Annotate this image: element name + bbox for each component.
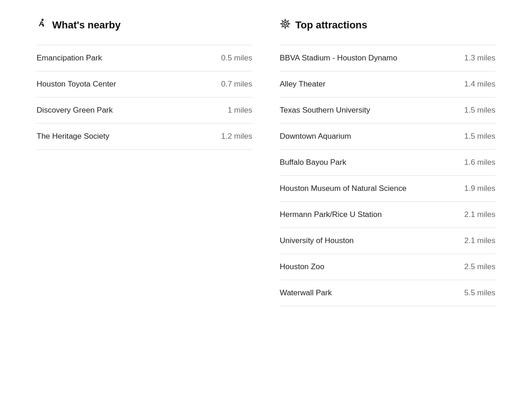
attractions-list: BBVA Stadium - Houston Dynamo 1.3 miles … xyxy=(280,45,495,306)
list-item: BBVA Stadium - Houston Dynamo 1.3 miles xyxy=(280,45,495,71)
svg-point-1 xyxy=(284,22,287,25)
list-item: Houston Zoo 2.5 miles xyxy=(280,254,495,280)
nearby-column: What's nearby Emancipation Park 0.5 mile… xyxy=(37,18,252,306)
list-item: Texas Southern University 1.5 miles xyxy=(280,98,495,124)
location-distance: 5.5 miles xyxy=(464,288,495,298)
walk-icon xyxy=(37,18,48,32)
location-name: Buffalo Bayou Park xyxy=(280,158,346,167)
list-item: Discovery Green Park 1 miles xyxy=(37,98,252,124)
attractions-icon xyxy=(280,18,291,32)
list-item: Alley Theater 1.4 miles xyxy=(280,71,495,98)
location-name: BBVA Stadium - Houston Dynamo xyxy=(280,54,397,63)
list-item: Downtown Aquarium 1.5 miles xyxy=(280,124,495,150)
location-name: University of Houston xyxy=(280,236,354,245)
list-item: Buffalo Bayou Park 1.6 miles xyxy=(280,150,495,176)
location-distance: 2.5 miles xyxy=(464,262,495,271)
location-distance: 0.5 miles xyxy=(221,54,252,63)
location-distance: 1.6 miles xyxy=(464,158,495,167)
location-name: Houston Zoo xyxy=(280,262,324,271)
location-distance: 1.5 miles xyxy=(464,106,495,115)
list-item: Waterwall Park 5.5 miles xyxy=(280,280,495,306)
location-name: Alley Theater xyxy=(280,80,326,89)
list-item: Hermann Park/Rice U Station 2.1 miles xyxy=(280,202,495,228)
nearby-list: Emancipation Park 0.5 miles Houston Toyo… xyxy=(37,45,252,150)
list-item: Houston Museum of Natural Science 1.9 mi… xyxy=(280,176,495,202)
location-name: Texas Southern University xyxy=(280,106,370,115)
location-name: Emancipation Park xyxy=(37,54,102,63)
location-distance: 2.1 miles xyxy=(464,236,495,245)
location-name: Hermann Park/Rice U Station xyxy=(280,210,382,219)
location-distance: 1.3 miles xyxy=(464,54,495,63)
location-distance: 1.5 miles xyxy=(464,132,495,141)
location-distance: 1.9 miles xyxy=(464,184,495,193)
svg-point-0 xyxy=(42,19,43,21)
attractions-title: Top attractions xyxy=(295,19,367,31)
list-item: The Heritage Society 1.2 miles xyxy=(37,124,252,150)
location-distance: 0.7 miles xyxy=(221,80,252,89)
svg-point-2 xyxy=(282,21,288,27)
page-container: What's nearby Emancipation Park 0.5 mile… xyxy=(0,0,532,325)
location-name: Waterwall Park xyxy=(280,288,332,298)
location-name: Houston Museum of Natural Science xyxy=(280,184,407,193)
attractions-header: Top attractions xyxy=(280,18,495,32)
list-item: Houston Toyota Center 0.7 miles xyxy=(37,71,252,98)
location-distance: 1 miles xyxy=(228,106,252,115)
location-name: Discovery Green Park xyxy=(37,106,113,115)
list-item: Emancipation Park 0.5 miles xyxy=(37,45,252,71)
location-name: The Heritage Society xyxy=(37,132,109,141)
nearby-title: What's nearby xyxy=(52,19,121,31)
nearby-header: What's nearby xyxy=(37,18,252,32)
location-distance: 1.4 miles xyxy=(464,80,495,89)
attractions-column: Top attractions BBVA Stadium - Houston D… xyxy=(280,18,495,306)
location-name: Houston Toyota Center xyxy=(37,80,116,89)
location-distance: 1.2 miles xyxy=(221,132,252,141)
location-distance: 2.1 miles xyxy=(464,210,495,219)
location-name: Downtown Aquarium xyxy=(280,132,351,141)
list-item: University of Houston 2.1 miles xyxy=(280,228,495,254)
